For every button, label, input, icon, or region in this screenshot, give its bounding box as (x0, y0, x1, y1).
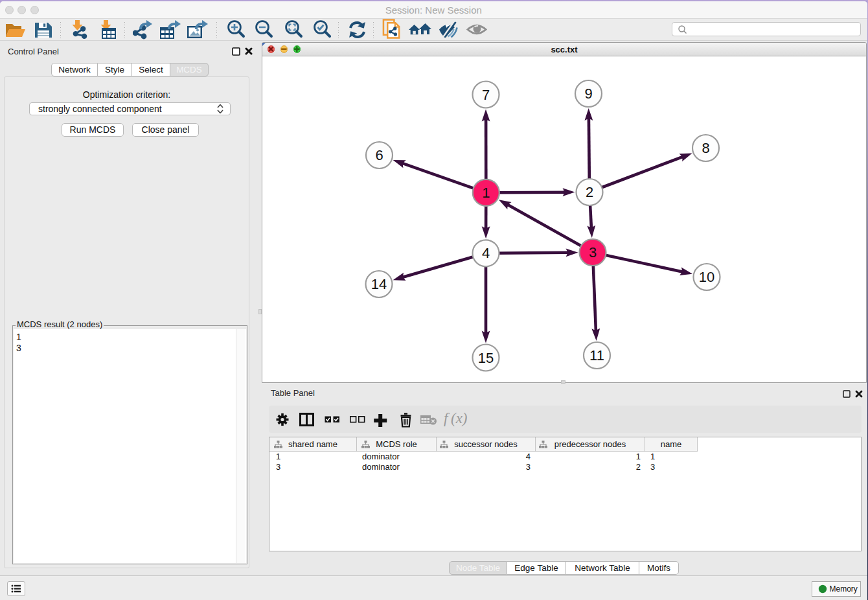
svg-text:14: 14 (371, 276, 387, 292)
svg-text:11: 11 (589, 347, 604, 363)
svg-text:7: 7 (482, 87, 490, 103)
svg-text:2: 2 (586, 184, 593, 200)
svg-text:1: 1 (482, 185, 490, 201)
svg-text:6: 6 (375, 147, 383, 163)
svg-text:4: 4 (482, 245, 490, 261)
svg-text:15: 15 (478, 350, 494, 366)
svg-text:3: 3 (589, 244, 597, 260)
svg-text:8: 8 (702, 140, 709, 156)
svg-text:10: 10 (699, 269, 714, 285)
svg-text:9: 9 (584, 86, 592, 102)
